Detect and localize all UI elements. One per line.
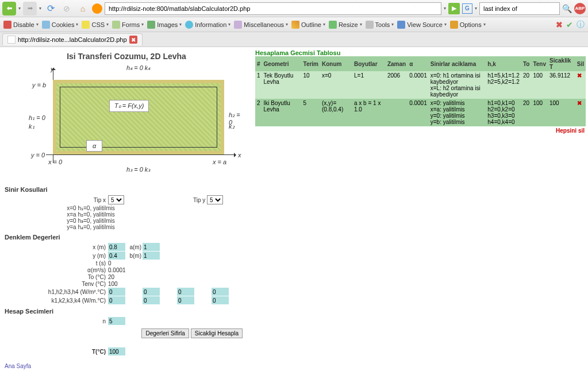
- input-k3[interactable]: [177, 296, 194, 304]
- label-k2: k₂: [229, 123, 235, 130]
- th-geo: Geometri: [262, 56, 302, 71]
- input-k4[interactable]: [212, 296, 229, 304]
- bc-line-0: x=0 h₁=0, yalitilmis: [33, 205, 148, 211]
- search-go-icon[interactable]: 🔍: [562, 4, 572, 13]
- adblock-icon[interactable]: ABP: [574, 3, 586, 14]
- back-history-dropdown[interactable]: ▾: [18, 6, 21, 11]
- dev-info-icon[interactable]: ⓘ: [577, 20, 585, 30]
- tab-title: http://rdilsiz-note...labCalculator2D.ph…: [18, 36, 127, 43]
- dev-options[interactable]: Options▾: [450, 21, 486, 29]
- cell-konum: x=0: [320, 71, 352, 99]
- label-k1234: k1,k2,k3,k4 (W/m.°C): [5, 297, 108, 304]
- dev-disable[interactable]: Disable▾: [3, 21, 39, 29]
- forward-button: ➡: [23, 2, 37, 16]
- home-link[interactable]: Ana Sayfa: [5, 363, 31, 369]
- resize-icon: [329, 21, 337, 29]
- delete-row-button[interactable]: ✖: [575, 99, 586, 126]
- label-b: b(m): [125, 253, 143, 259]
- cell-zaman: 2006: [386, 71, 408, 99]
- dev-css[interactable]: CSS▾: [82, 21, 109, 29]
- dev-close-icon[interactable]: ✖: [556, 20, 563, 29]
- tab-close-button[interactable]: ✖: [129, 36, 137, 44]
- cookie-icon: [42, 21, 50, 29]
- tab-active[interactable]: http://rdilsiz-note...labCalculator2D.ph…: [2, 33, 143, 45]
- options-icon: [450, 21, 458, 29]
- cell-t: 36.9112: [548, 71, 575, 99]
- input-b[interactable]: [143, 252, 160, 260]
- cell-tenv: 100: [531, 71, 548, 99]
- delete-row-button[interactable]: ✖: [575, 71, 586, 99]
- alpha-box: α: [86, 140, 102, 152]
- th-tenv: Tenv: [531, 56, 548, 71]
- url-history-dropdown[interactable]: ▾: [444, 6, 446, 11]
- table-row: 1Tek Boyutlu Levha10x=0L=120060.0001x=0:…: [255, 71, 586, 99]
- cell-n: 2: [255, 99, 262, 126]
- dev-resize[interactable]: Resize▾: [329, 21, 362, 29]
- th-zaman: Zaman: [386, 56, 408, 71]
- info-icon: [185, 21, 193, 29]
- search-engine-dropdown[interactable]: ▾: [475, 6, 477, 11]
- css-icon: [82, 21, 90, 29]
- input-h4[interactable]: [212, 288, 229, 296]
- cell-zaman: [386, 99, 408, 126]
- cell-geo: Tek Boyutlu Levha: [262, 71, 302, 99]
- delete-all-link[interactable]: Hepsini sil: [255, 126, 586, 135]
- cell-to: 20: [521, 71, 531, 99]
- cell-hk: h1=0,k1=0 h2=0,k2=0 h3=0,k3=0 h4=0,k4=0: [486, 99, 521, 126]
- cell-alpha: 0.0001: [408, 71, 429, 99]
- source-icon: [397, 21, 405, 29]
- section-sinir: Sinir Kosullari: [5, 186, 248, 193]
- dev-information[interactable]: Information▾: [185, 21, 230, 29]
- cell-alpha: 0.0001: [408, 99, 429, 126]
- page-icon: [7, 36, 16, 44]
- dev-miscellaneous[interactable]: Miscellaneous▾: [234, 21, 288, 29]
- input-y[interactable]: [108, 252, 125, 260]
- dev-check-icon[interactable]: ✔: [566, 20, 573, 29]
- search-engine-icon[interactable]: G: [462, 3, 472, 14]
- input-a[interactable]: [143, 243, 160, 251]
- label-x: x (m): [5, 244, 108, 250]
- result-value: [108, 347, 125, 355]
- input-k1[interactable]: [108, 296, 125, 304]
- input-x[interactable]: [108, 243, 125, 251]
- dev-images[interactable]: Images▾: [147, 21, 182, 29]
- cell-sinir: x=0: yalitilmis x=a: yalitilmis y=0: yal…: [429, 99, 486, 126]
- reset-button[interactable]: Degerleri Sifirla: [141, 328, 189, 338]
- value-alpha: 0.0001: [108, 267, 126, 273]
- forward-history-dropdown[interactable]: ▾: [39, 6, 41, 11]
- history-header-row: # Geometri Terim Konum Boyutlar Zaman α …: [255, 56, 586, 71]
- dev-outline[interactable]: Outline▾: [291, 21, 325, 29]
- label-a: a(m): [125, 244, 143, 250]
- cell-sinir: x=0: h1 ortamina isi kaybediyor x=L: h2 …: [429, 71, 486, 99]
- search-input[interactable]: [479, 2, 560, 15]
- bc-line-3: y=a h₄=0, yalitilmis: [33, 224, 148, 230]
- url-bar[interactable]: [105, 2, 441, 15]
- right-panel: Hesaplama Gecmisi Tablosu # Geometri Ter…: [253, 47, 588, 379]
- label-tenv: Tenv (°C): [5, 281, 108, 287]
- tipy-select[interactable]: 5: [207, 195, 223, 204]
- home-button[interactable]: ⌂: [76, 2, 90, 16]
- input-h3[interactable]: [177, 288, 194, 296]
- reload-button[interactable]: ⟳: [44, 2, 57, 16]
- form-icon: [112, 21, 120, 29]
- tipx-select[interactable]: 5: [108, 195, 124, 204]
- go-button[interactable]: ▶: [448, 3, 460, 14]
- bc-line-1: x=a h₂=0, yalitilmis: [33, 211, 148, 218]
- th-hk: h,k: [486, 56, 521, 71]
- dev-cookies[interactable]: Cookies▾: [42, 21, 79, 29]
- dev-forms[interactable]: Forms▾: [112, 21, 144, 29]
- input-h2[interactable]: [143, 288, 160, 296]
- dev-view-source[interactable]: View Source▾: [397, 21, 447, 29]
- input-h1[interactable]: [108, 288, 125, 296]
- cell-n: 1: [255, 71, 262, 99]
- firefox-icon: [92, 3, 102, 14]
- label-alpha: α(m²/s): [5, 267, 108, 273]
- th-num: #: [255, 56, 262, 71]
- back-button[interactable]: ⬅: [2, 2, 16, 16]
- value-to: 20: [108, 274, 114, 280]
- input-k2[interactable]: [143, 296, 160, 304]
- dev-tools[interactable]: Tools▾: [366, 21, 394, 29]
- label-x-axis: x: [238, 152, 241, 158]
- input-n[interactable]: [108, 317, 125, 325]
- calculate-button[interactable]: Sicakligi Hesapla: [191, 328, 243, 338]
